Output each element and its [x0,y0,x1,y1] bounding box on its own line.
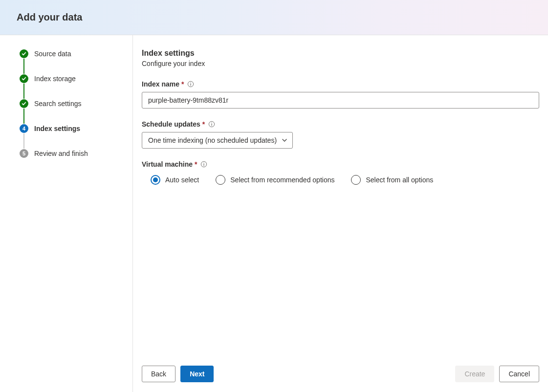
section-title: Index settings [142,49,539,58]
info-icon[interactable] [208,121,215,128]
wizard-footer: Back Next Create Cancel [142,366,539,382]
svg-point-1 [191,83,191,83]
next-button[interactable]: Next [180,366,214,382]
radio-all-options[interactable]: Select from all options [351,175,433,185]
step-label: Source data [34,50,71,58]
svg-rect-5 [212,124,212,126]
label-text: Virtual machine [142,160,193,168]
page-body: Source data Index storage Search setting… [0,35,548,392]
field-label: Virtual machine * [142,160,539,168]
radio-label: Select from recommended options [230,176,334,184]
check-icon [20,74,28,83]
step-label: Search settings [34,100,82,108]
schedule-updates-dropdown[interactable]: One time indexing (no scheduled updates) [142,132,293,149]
radio-label: Select from all options [366,176,433,184]
step-connector [23,84,24,99]
radio-icon [351,175,361,185]
step-connector [23,59,24,74]
label-text: Schedule updates [142,120,200,128]
step-index-settings[interactable]: 4 Index settings [20,124,123,133]
svg-point-4 [212,123,212,123]
radio-icon [216,175,225,185]
step-label: Index settings [34,125,80,132]
info-icon[interactable] [200,161,207,168]
step-index-storage[interactable]: Index storage [20,74,123,84]
step-label: Review and finish [34,150,88,157]
field-virtual-machine: Virtual machine * Auto select Select fro… [142,160,539,185]
step-number-icon: 4 [20,124,28,133]
dropdown-selected: One time indexing (no scheduled updates) [148,136,277,144]
required-asterisk: * [195,160,197,168]
field-index-name: Index name * [142,80,539,109]
section-subtitle: Configure your index [142,60,539,67]
label-text: Index name [142,80,179,88]
svg-rect-8 [204,164,204,166]
check-icon [20,99,28,108]
radio-icon [151,175,160,185]
back-button[interactable]: Back [142,366,175,382]
radio-recommended[interactable]: Select from recommended options [216,175,334,185]
radio-auto-select[interactable]: Auto select [151,175,199,185]
create-button: Create [455,366,494,382]
required-asterisk: * [181,80,184,88]
info-icon[interactable] [187,81,194,87]
svg-rect-2 [191,84,191,86]
step-number-icon: 5 [20,149,28,158]
field-schedule-updates: Schedule updates * One time indexing (no… [142,120,539,149]
page-header: Add your data [0,0,548,35]
step-connector [23,109,24,124]
step-source-data[interactable]: Source data [20,49,123,59]
cancel-button[interactable]: Cancel [499,366,539,382]
step-review-finish[interactable]: 5 Review and finish [20,149,123,158]
main-content: Index settings Configure your index Inde… [133,35,548,392]
svg-point-7 [204,163,204,163]
field-label: Schedule updates * [142,120,539,128]
wizard-steps: Source data Index storage Search setting… [0,35,133,392]
required-asterisk: * [202,120,205,128]
index-name-input[interactable] [142,92,539,109]
radio-label: Auto select [165,176,199,184]
step-search-settings[interactable]: Search settings [20,99,123,109]
chevron-down-icon [282,137,287,143]
vm-radio-group: Auto select Select from recommended opti… [142,175,539,185]
field-label: Index name * [142,80,539,88]
step-connector [23,133,24,149]
step-label: Index storage [34,75,76,83]
check-icon [20,49,28,58]
page-title: Add your data [17,12,82,23]
